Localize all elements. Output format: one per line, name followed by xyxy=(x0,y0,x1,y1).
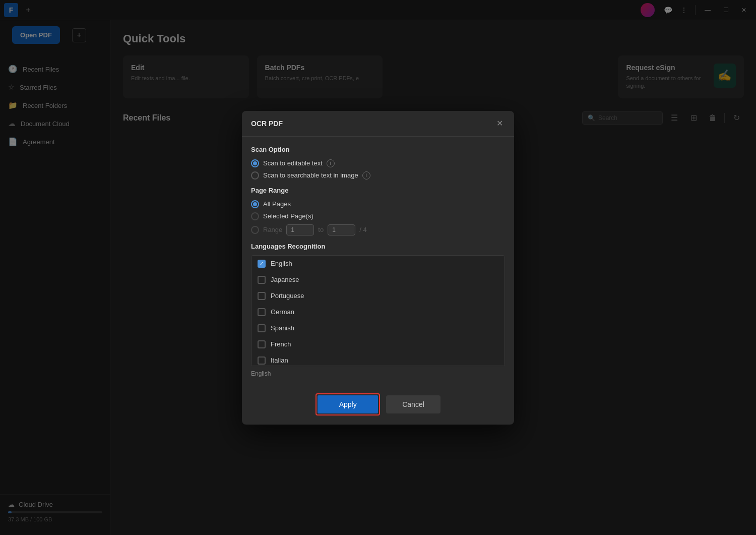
lang-spanish-checkbox[interactable] xyxy=(258,324,266,332)
lang-spanish-label: Spanish xyxy=(271,324,294,332)
scan-searchable-info-icon[interactable]: i xyxy=(362,171,370,180)
lang-english[interactable]: English xyxy=(251,256,505,272)
range-total: / 4 xyxy=(359,226,366,233)
selected-languages-text: English xyxy=(251,370,505,377)
lang-german-checkbox[interactable] xyxy=(258,308,266,316)
lang-french[interactable]: French xyxy=(251,336,505,352)
lang-italian[interactable]: Italian xyxy=(251,352,505,366)
lang-french-checkbox[interactable] xyxy=(258,340,266,348)
modal-body: Scan Option Scan to editable text i Scan… xyxy=(242,137,514,386)
page-range-title: Page Range xyxy=(251,187,505,194)
range-row: Range to / 4 xyxy=(251,224,505,235)
scan-editable-info-icon[interactable]: i xyxy=(327,159,335,167)
range-radio[interactable] xyxy=(251,226,259,234)
languages-title: Languages Recognition xyxy=(251,243,505,250)
range-to-input[interactable] xyxy=(328,224,355,235)
lang-portuguese-checkbox[interactable] xyxy=(258,292,266,300)
modal-title: OCR PDF xyxy=(251,120,283,128)
modal-header: OCR PDF ✕ xyxy=(242,111,514,137)
selected-pages-option[interactable]: Selected Page(s) xyxy=(251,212,505,220)
range-label: Range xyxy=(263,226,282,233)
lang-italian-label: Italian xyxy=(271,356,288,364)
range-to-label: to xyxy=(318,226,324,233)
all-pages-option[interactable]: All Pages xyxy=(251,200,505,208)
scan-option-title: Scan Option xyxy=(251,146,505,153)
scan-searchable-radio[interactable] xyxy=(251,171,259,180)
modal-close-button[interactable]: ✕ xyxy=(494,118,505,129)
lang-italian-checkbox[interactable] xyxy=(258,356,266,365)
modal-footer: Apply Cancel xyxy=(242,386,514,425)
scan-searchable-option[interactable]: Scan to searchable text in image i xyxy=(251,171,505,180)
scan-searchable-label: Scan to searchable text in image xyxy=(263,171,358,179)
all-pages-label: All Pages xyxy=(263,200,291,208)
apply-button[interactable]: Apply xyxy=(318,395,378,413)
language-list[interactable]: English Japanese Portuguese German Spani… xyxy=(251,255,505,366)
lang-german[interactable]: German xyxy=(251,304,505,320)
lang-japanese-checkbox[interactable] xyxy=(258,276,266,284)
lang-german-label: German xyxy=(271,308,294,316)
lang-portuguese-label: Portuguese xyxy=(271,292,304,300)
lang-spanish[interactable]: Spanish xyxy=(251,320,505,336)
ocr-modal: OCR PDF ✕ Scan Option Scan to editable t… xyxy=(242,111,514,425)
selected-pages-label: Selected Page(s) xyxy=(263,212,313,220)
scan-editable-option[interactable]: Scan to editable text i xyxy=(251,159,505,167)
lang-japanese-label: Japanese xyxy=(271,276,299,283)
modal-overlay: OCR PDF ✕ Scan Option Scan to editable t… xyxy=(0,0,756,535)
lang-portuguese[interactable]: Portuguese xyxy=(251,288,505,304)
lang-japanese[interactable]: Japanese xyxy=(251,272,505,288)
lang-french-label: French xyxy=(271,340,291,348)
all-pages-radio[interactable] xyxy=(251,200,259,208)
selected-pages-radio[interactable] xyxy=(251,212,259,220)
lang-english-label: English xyxy=(271,260,292,267)
range-from-input[interactable] xyxy=(286,224,314,235)
scan-editable-radio[interactable] xyxy=(251,159,259,167)
lang-english-checkbox[interactable] xyxy=(258,260,266,268)
cancel-button[interactable]: Cancel xyxy=(386,395,440,413)
apply-button-wrapper: Apply xyxy=(316,393,380,415)
scan-editable-label: Scan to editable text xyxy=(263,159,323,167)
